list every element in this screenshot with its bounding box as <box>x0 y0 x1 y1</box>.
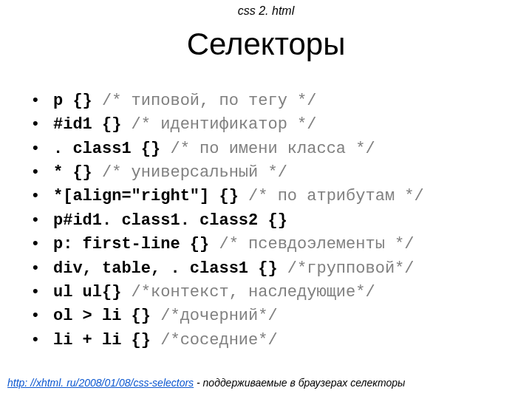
list-item: • . class1 {} /* по имени класса */ <box>33 137 505 160</box>
comment-text: /* псевдоэлементы */ <box>209 235 414 253</box>
selector-list: • p {} /* типовой, по тегу */ • #id1 {} … <box>33 89 505 352</box>
list-item: • *[align="right"] {} /* по атрибутам */ <box>33 184 505 208</box>
list-item: • p {} /* типовой, по тегу */ <box>33 89 505 112</box>
comment-text: /* универсальный */ <box>92 163 287 182</box>
comment-text: /* по имени класса */ <box>160 140 375 158</box>
code-line: ul ul{} /*контекст, наследующие*/ <box>53 282 375 304</box>
code-line: * {} /* универсальный */ <box>53 162 287 184</box>
footer-note: - поддерживаемые в браузерах селекторы <box>194 377 405 389</box>
bullet-icon: • <box>33 208 53 231</box>
list-item: • #id1 {} /* идентификатор */ <box>33 112 505 136</box>
bullet-icon: • <box>33 280 53 302</box>
code-line: p#id1. class1. class2 {} <box>53 210 287 232</box>
slide: css 2. html Селекторы • p {} /* типовой,… <box>0 0 532 399</box>
code-line: *[align="right"] {} /* по атрибутам */ <box>53 185 424 208</box>
selector-text: p {} <box>53 92 92 110</box>
bullet-icon: • <box>33 256 53 279</box>
code-line: div, table, . class1 {} /*групповой*/ <box>53 258 415 280</box>
footer-link[interactable]: http: //xhtml. ru/2008/01/08/css-selecto… <box>7 377 194 389</box>
code-line: . class1 {} /* по имени класса */ <box>53 138 375 160</box>
list-item: • li + li {} /*соседние*/ <box>33 328 505 352</box>
slide-title: Селекторы <box>0 27 532 62</box>
code-line: li + li {} /*соседние*/ <box>53 330 278 352</box>
selector-text: . class1 {} <box>53 140 160 158</box>
bullet-icon: • <box>33 184 53 206</box>
file-tag: css 2. html <box>0 4 532 18</box>
code-line: p: first-line {} /* псевдоэлементы */ <box>53 233 414 256</box>
selector-text: p: first-line {} <box>53 235 209 253</box>
bullet-icon: • <box>33 160 53 183</box>
selector-text: ol > li {} <box>53 307 151 325</box>
bullet-icon: • <box>33 304 53 326</box>
selector-text: ul ul{} <box>53 283 121 301</box>
comment-text: /*контекст, наследующие*/ <box>121 283 375 301</box>
comment-text: /*групповой*/ <box>278 259 415 278</box>
selector-text: #id1 {} <box>53 115 121 134</box>
bullet-icon: • <box>33 232 53 254</box>
bullet-icon: • <box>33 112 53 134</box>
selector-text: * {} <box>53 163 92 182</box>
bullet-icon: • <box>33 89 53 111</box>
list-item: • p: first-line {} /* псевдоэлементы */ <box>33 232 505 256</box>
comment-text: /* типовой, по тегу */ <box>92 92 317 110</box>
bullet-icon: • <box>33 137 53 159</box>
bullet-icon: • <box>33 328 53 350</box>
code-line: p {} /* типовой, по тегу */ <box>53 90 316 112</box>
selector-text: p#id1. class1. class2 {} <box>53 211 287 230</box>
comment-text: /*соседние*/ <box>151 331 278 349</box>
footer: http: //xhtml. ru/2008/01/08/css-selecto… <box>7 377 405 389</box>
list-item: • * {} /* универсальный */ <box>33 160 505 184</box>
list-item: • ul ul{} /*контекст, наследующие*/ <box>33 280 505 304</box>
code-line: ol > li {} /*дочерний*/ <box>53 305 278 327</box>
selector-text: *[align="right"] {} <box>53 187 239 205</box>
comment-text: /* по атрибутам */ <box>239 187 424 205</box>
list-item: • p#id1. class1. class2 {} <box>33 208 505 232</box>
list-item: • div, table, . class1 {} /*групповой*/ <box>33 256 505 280</box>
selector-text: li + li {} <box>53 331 151 349</box>
comment-text: /*дочерний*/ <box>151 307 278 325</box>
selector-text: div, table, . class1 {} <box>53 259 278 278</box>
comment-text: /* идентификатор */ <box>121 115 316 134</box>
list-item: • ol > li {} /*дочерний*/ <box>33 304 505 327</box>
code-line: #id1 {} /* идентификатор */ <box>53 114 316 136</box>
